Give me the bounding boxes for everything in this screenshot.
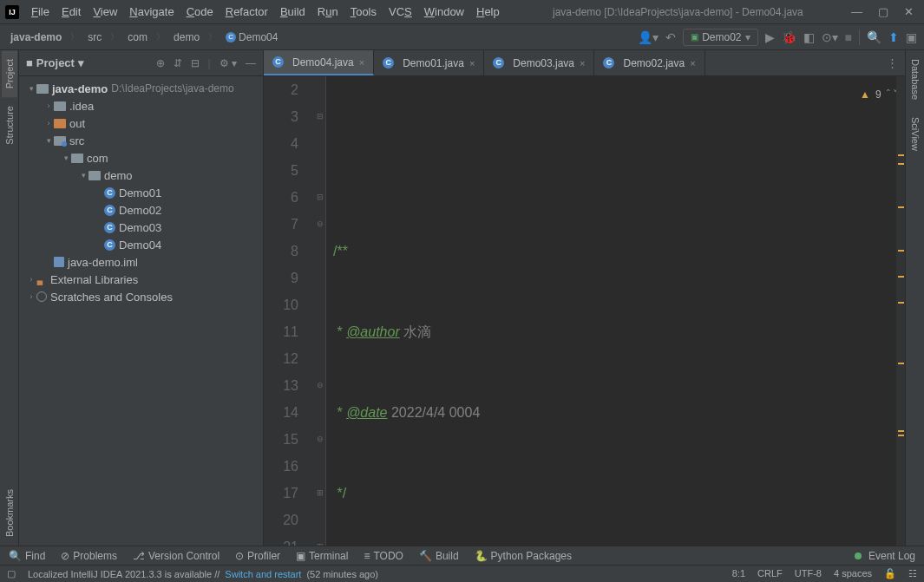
- tree-ext-lib[interactable]: ›External Libraries: [19, 271, 263, 288]
- menu-build[interactable]: Build: [275, 3, 311, 21]
- main-menu: File Edit View Navigate Code Refactor Bu…: [26, 3, 505, 21]
- status-memory-icon[interactable]: ☷: [908, 568, 917, 579]
- run-config-icon: ▣: [691, 32, 698, 42]
- ide-settings-button[interactable]: ▣: [906, 30, 917, 44]
- close-icon[interactable]: ×: [469, 58, 475, 69]
- status-indent[interactable]: 4 spaces: [834, 568, 872, 579]
- tree-com[interactable]: ▾com: [19, 149, 263, 167]
- panel-title[interactable]: ■ Project ▾: [26, 56, 84, 69]
- collapse-all-icon[interactable]: ⊟: [191, 57, 200, 69]
- editor-area: CDemo04.java× CDemo01.java× CDemo03.java…: [264, 50, 905, 546]
- fold-gutter: ⊟⊟⊖⊖⊖⊞⊞: [314, 76, 326, 546]
- close-button[interactable]: ✕: [904, 5, 914, 18]
- inspections-widget[interactable]: ▲9 ˆ ˅: [860, 82, 898, 108]
- crumb-demo[interactable]: demo: [170, 29, 203, 45]
- menu-window[interactable]: Window: [419, 3, 469, 21]
- tab-demo02[interactable]: CDemo02.java×: [594, 50, 704, 75]
- status-encoding[interactable]: UTF-8: [795, 568, 822, 579]
- menu-edit[interactable]: Edit: [56, 3, 86, 21]
- settings-icon[interactable]: ⚙ ▾: [220, 57, 237, 69]
- crumb-src[interactable]: src: [84, 29, 105, 45]
- gutter-sciview[interactable]: SciView: [908, 108, 923, 160]
- tree-demo01[interactable]: CDemo01: [19, 184, 263, 201]
- app-icon: IJ: [5, 5, 19, 19]
- status-readonly-icon[interactable]: 🔓: [884, 568, 896, 579]
- maximize-button[interactable]: ▢: [878, 5, 888, 18]
- tree-demo[interactable]: ▾demo: [19, 167, 263, 184]
- run-config-select[interactable]: ▣ Demo02 ▾: [683, 29, 757, 46]
- gutter-bookmarks[interactable]: Bookmarks: [2, 481, 17, 546]
- coverage-button[interactable]: ◧: [803, 30, 815, 44]
- close-icon[interactable]: ×: [690, 58, 695, 69]
- tool-python[interactable]: 🐍 Python Packages: [475, 550, 572, 562]
- run-button[interactable]: ▶: [765, 30, 775, 44]
- tool-vcs[interactable]: ⎇ Version Control: [133, 550, 220, 562]
- toolbar: java-demo src com demo CDemo04 👤▾ ↶ ▣ De…: [0, 24, 924, 50]
- tool-build[interactable]: 🔨 Build: [419, 550, 459, 562]
- search-button[interactable]: 🔍: [867, 30, 881, 44]
- menu-vcs[interactable]: VCS: [383, 3, 417, 21]
- tool-problems[interactable]: ⊘ Problems: [61, 550, 117, 562]
- tree-src[interactable]: ▾src: [19, 132, 263, 149]
- tool-todo[interactable]: ≡ TODO: [364, 550, 403, 562]
- expand-all-icon[interactable]: ⇵: [174, 57, 182, 69]
- tree-demo02[interactable]: CDemo02: [19, 201, 263, 219]
- tree-demo03[interactable]: CDemo03: [19, 219, 263, 236]
- menu-code[interactable]: Code: [181, 3, 219, 21]
- status-restart-link[interactable]: Switch and restart: [225, 569, 301, 579]
- user-icon[interactable]: 👤▾: [638, 30, 659, 44]
- menu-tools[interactable]: Tools: [345, 3, 382, 21]
- code-content[interactable]: ▲9 ˆ ˅ /** * @author 水滴 * @date 2022/4/4…: [326, 76, 905, 546]
- project-panel: ■ Project ▾ ⊕ ⇵ ⊟ | ⚙ ▾ — ▾java-demoD:\I…: [19, 50, 264, 546]
- close-icon[interactable]: ×: [580, 58, 585, 69]
- minimize-button[interactable]: —: [851, 5, 862, 18]
- tree-root[interactable]: ▾java-demoD:\IdeaProjects\java-demo: [19, 80, 263, 97]
- gutter-structure[interactable]: Structure: [2, 97, 17, 154]
- tool-terminal[interactable]: ▣ Terminal: [296, 550, 348, 562]
- tree-idea[interactable]: ›.idea: [19, 97, 263, 114]
- gutter-project[interactable]: Project: [2, 50, 17, 97]
- tab-demo03[interactable]: CDemo03.java×: [484, 50, 594, 75]
- error-stripe[interactable]: [896, 76, 905, 546]
- menu-file[interactable]: File: [26, 3, 55, 21]
- tree-scratch[interactable]: ›Scratches and Consoles: [19, 288, 263, 305]
- tool-find[interactable]: 🔍 Find: [9, 550, 45, 562]
- menu-navigate[interactable]: Navigate: [124, 3, 179, 21]
- menu-help[interactable]: Help: [471, 3, 505, 21]
- status-eol[interactable]: CRLF: [757, 568, 783, 579]
- gutter-database[interactable]: Database: [908, 50, 923, 108]
- run-config-label: Demo02: [702, 31, 741, 43]
- class-icon: C: [104, 205, 115, 216]
- debug-button[interactable]: 🐞: [782, 30, 796, 44]
- tool-profiler[interactable]: ⊙ Profiler: [235, 550, 280, 562]
- line-gutter: 2345678910111213141516172021: [264, 76, 314, 546]
- update-button[interactable]: ⬆: [888, 30, 899, 44]
- select-opened-icon[interactable]: ⊕: [156, 57, 165, 69]
- tab-demo04[interactable]: CDemo04.java×: [264, 50, 374, 75]
- crumb-class[interactable]: CDemo04: [222, 29, 281, 45]
- menu-view[interactable]: View: [88, 3, 122, 21]
- statusbar: ▢ Localized IntelliJ IDEA 2021.3.3 is av…: [0, 565, 924, 582]
- stop-button[interactable]: ■: [845, 30, 852, 44]
- crumb-project[interactable]: java-demo: [7, 29, 65, 45]
- menu-run[interactable]: Run: [312, 3, 344, 21]
- back-arrow-icon[interactable]: ↶: [665, 30, 676, 44]
- tree-out[interactable]: ›out: [19, 114, 263, 132]
- menu-refactor[interactable]: Refactor: [220, 3, 273, 21]
- project-tree: ▾java-demoD:\IdeaProjects\java-demo ›.id…: [19, 76, 263, 546]
- class-icon: C: [603, 57, 614, 69]
- status-icon[interactable]: ▢: [7, 568, 16, 579]
- tool-event-log[interactable]: Event Log: [855, 550, 915, 562]
- profile-button[interactable]: ⊙▾: [822, 30, 838, 44]
- tree-demo04[interactable]: CDemo04: [19, 236, 263, 253]
- close-icon[interactable]: ×: [359, 57, 364, 68]
- code-editor[interactable]: 2345678910111213141516172021 ⊟⊟⊖⊖⊖⊞⊞ ▲9 …: [264, 76, 905, 546]
- tree-iml[interactable]: java-demo.iml: [19, 253, 263, 271]
- window-controls: — ▢ ✕: [851, 5, 914, 18]
- crumb-com[interactable]: com: [124, 29, 151, 45]
- tab-demo01[interactable]: CDemo01.java×: [374, 50, 484, 75]
- breadcrumb: java-demo src com demo CDemo04: [7, 29, 281, 45]
- tabs-more-icon[interactable]: ⋮: [887, 56, 898, 69]
- hide-panel-icon[interactable]: —: [246, 57, 256, 69]
- status-position[interactable]: 8:1: [732, 568, 745, 579]
